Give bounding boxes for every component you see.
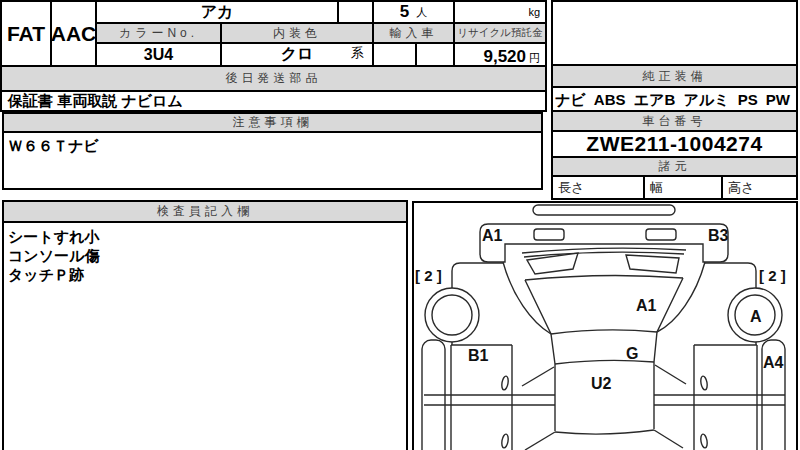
interior-suffix: 系 <box>351 44 364 62</box>
inspector-note-line: シートすれ小 <box>8 227 99 246</box>
recycle-deposit-value: 9,520 <box>483 47 526 67</box>
cowl-line <box>555 360 654 364</box>
chassis-number: ZWE211-1004274 <box>551 130 798 158</box>
floor-diagonal-bl <box>525 432 555 450</box>
empty-cell-1 <box>337 0 374 24</box>
floor-diagonal-tl <box>522 367 554 386</box>
hood-panel <box>480 224 728 262</box>
front-bumper-strip <box>533 205 675 215</box>
shipping-parts-value: 保証書 車両取説 ナビロム <box>0 90 547 112</box>
windshield-top <box>525 275 683 280</box>
car-diagram-box: A1 B3 [ 2 ] [ 2 ] A1 A B1 G A4 U2 <box>412 201 798 450</box>
wiper-right <box>626 255 679 273</box>
inspector-header: 検査員記入欄 <box>2 200 408 223</box>
recycle-deposit-header: リサイクル預託金 <box>453 22 547 44</box>
door-handle-rl <box>501 434 509 449</box>
interior-color-value: クロ <box>281 44 314 65</box>
floor-diagonal-tr <box>655 365 686 384</box>
auction-sheet: FAT AAC アカ 5 人 kg カラーNo. 内装色 輸入車 リサイクル預託… <box>0 0 800 450</box>
spec-height-label: 高さ <box>721 175 798 200</box>
inspector-note-line: コンソール傷 <box>8 246 99 265</box>
notes-value: Ｗ６６Ｔナビ <box>8 136 99 155</box>
damage-label-hood-right: B3 <box>708 227 729 244</box>
specs-header: 諸元 <box>551 156 798 177</box>
windshield-bottom <box>551 330 657 334</box>
shipping-parts-header: 後日発送部品 <box>0 65 547 92</box>
capacity-value: 5 <box>400 2 409 22</box>
windshield-right <box>654 278 683 362</box>
interior-color-cell: クロ 系 <box>220 42 374 67</box>
crease-band-left <box>424 395 555 405</box>
color-no-value: 3U4 <box>95 42 222 67</box>
import-header: 輸入車 <box>372 22 455 44</box>
damage-label-door-left: B1 <box>468 347 489 364</box>
door-handle-fr <box>700 376 708 391</box>
damage-label-bracket-left: [ 2 ] <box>415 267 442 284</box>
grade-fat-cell: FAT <box>0 0 52 67</box>
wheel-left-outer <box>425 288 479 342</box>
grade-aac-cell: AAC <box>50 0 97 67</box>
empty-cell-3 <box>415 42 455 67</box>
car-diagram: A1 B3 [ 2 ] [ 2 ] A1 A B1 G A4 U2 <box>414 203 796 450</box>
damage-label-cowl: G <box>626 345 638 362</box>
body-color-value: アカ <box>95 0 339 24</box>
empty-cell-2 <box>372 42 417 67</box>
recycle-deposit-cell: 9,520 円 <box>453 42 547 67</box>
damage-label-floor: U2 <box>591 375 612 392</box>
floor-bottom <box>555 430 654 434</box>
weight-cell: kg <box>453 0 547 24</box>
hood-vent-left <box>534 229 564 240</box>
color-no-header: カラーNo. <box>95 22 222 44</box>
chassis-header: 車台番号 <box>551 110 798 132</box>
damage-label-bracket-right: [ 2 ] <box>759 267 786 284</box>
inspector-notes: シートすれ小 コンソール傷 タッチＰ跡 <box>8 227 99 284</box>
damage-label-rear-right: A4 <box>763 354 784 371</box>
spec-width-label: 幅 <box>643 175 723 200</box>
inspector-note-line: タッチＰ跡 <box>8 265 99 284</box>
door-handle-fl <box>501 376 509 391</box>
equipment-value: ナビ ABS エアB アルミ PS PW <box>555 90 790 109</box>
recycle-deposit-unit: 円 <box>529 51 540 66</box>
crease-band-right <box>654 395 785 405</box>
floor-diagonal-br <box>654 430 683 448</box>
interior-color-header: 内装色 <box>220 22 374 44</box>
damage-label-wheel-right: A <box>750 308 762 325</box>
capacity-unit: 人 <box>416 5 427 20</box>
damage-label-windshield: A1 <box>636 297 657 314</box>
hood-vent-right <box>646 229 676 240</box>
spec-length-label: 長さ <box>551 175 645 200</box>
equipment-header: 純正装備 <box>551 64 798 88</box>
notes-header: 注意事項欄 <box>2 112 543 133</box>
windshield-left <box>525 280 555 364</box>
damage-label-hood-left: A1 <box>482 227 503 244</box>
capacity-cell: 5 人 <box>372 0 455 24</box>
door-handle-rr <box>700 434 708 449</box>
